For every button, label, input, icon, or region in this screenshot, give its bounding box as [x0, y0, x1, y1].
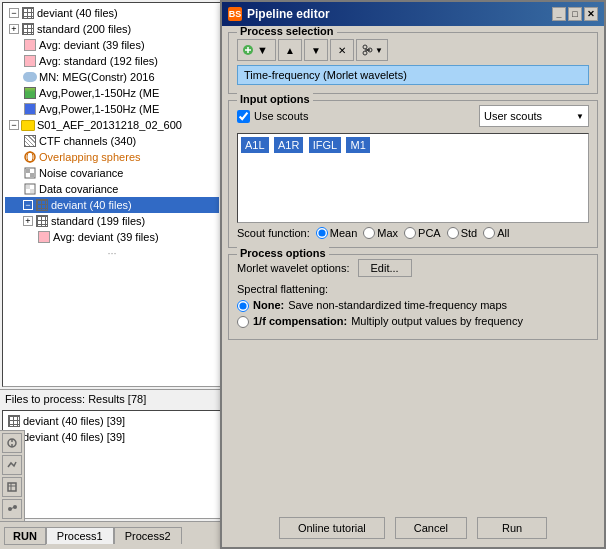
scouts-dropdown[interactable]: User scouts ▼ [479, 105, 589, 127]
files-list: deviant (40 files) [39] deviant (40 file… [2, 410, 222, 519]
none-label: None: [253, 299, 284, 311]
edit-button[interactable]: Edit... [358, 259, 412, 277]
tree-item-deviant-40[interactable]: − deviant (40 files) [5, 5, 219, 21]
tree-label: Avg: deviant (39 files) [39, 39, 145, 51]
radio-max[interactable]: Max [363, 227, 398, 239]
tree-item-avg-power-2[interactable]: Avg,Power,1-150Hz (ME [5, 101, 219, 117]
move-up-button[interactable]: ▲ [278, 39, 302, 61]
online-tutorial-button[interactable]: Online tutorial [279, 517, 385, 539]
bottom-panel: Files to process: Results [78] deviant (… [0, 389, 224, 549]
radio-std[interactable]: Std [447, 227, 478, 239]
folder-icon [21, 118, 35, 132]
grid-icon [21, 6, 35, 20]
side-icon-1[interactable] [2, 433, 22, 453]
morlet-label: Morlet wavelet options: [237, 262, 350, 274]
dropdown-arrow-icon: ▼ [576, 112, 584, 121]
pipeline-editor-dialog: BS Pipeline editor _ □ ✕ Process selecti… [220, 0, 606, 549]
pink-icon [23, 38, 37, 52]
process-options-section: Process options Morlet wavelet options: … [228, 254, 598, 340]
side-icon-3[interactable] [2, 477, 22, 497]
run-bar: RUN Process1 Process2 [0, 521, 224, 549]
tree-label: Avg: deviant (39 files) [53, 231, 159, 243]
tree-label: CTF channels (340) [39, 135, 136, 147]
use-scouts-checkbox[interactable] [237, 110, 250, 123]
side-icon-4[interactable] [2, 499, 22, 519]
tree-item-avg-deviant[interactable]: Avg: deviant (39 files) [5, 37, 219, 53]
radio-pca-label: PCA [418, 227, 441, 239]
dialog-titlebar: BS Pipeline editor _ □ ✕ [222, 2, 604, 26]
radio-onef-input[interactable] [237, 316, 249, 328]
scouts-listbox[interactable]: A1L A1R IFGL M1 [237, 133, 589, 223]
radio-mean-label: Mean [330, 227, 358, 239]
grid-icon [35, 214, 49, 228]
green-icon [23, 86, 37, 100]
pink-icon [37, 230, 51, 244]
file-row[interactable]: deviant (40 files) [39] [5, 413, 219, 429]
radio-none-input[interactable] [237, 300, 249, 312]
radio-all-input[interactable] [483, 227, 495, 239]
tree-item-noise-cov[interactable]: Noise covariance [5, 165, 219, 181]
minimize-button[interactable]: _ [552, 7, 566, 21]
none-desc: Save non-standardized time-frequency map… [288, 299, 507, 311]
scouts-dropdown-value: User scouts [484, 110, 542, 122]
radio-std-input[interactable] [447, 227, 459, 239]
tree-item-data-cov[interactable]: Data covariance [5, 181, 219, 197]
tree-item-deviant-selected[interactable]: − deviant (40 files) [5, 197, 219, 213]
expand-icon[interactable]: − [9, 8, 19, 18]
tree-item-ctf[interactable]: CTF channels (340) [5, 133, 219, 149]
radio-max-label: Max [377, 227, 398, 239]
radio-mean-input[interactable] [316, 227, 328, 239]
tree-item-avg-power-1[interactable]: Avg,Power,1-150Hz (ME [5, 85, 219, 101]
expand-icon[interactable]: + [23, 216, 33, 226]
expand-icon[interactable]: − [9, 120, 19, 130]
radio-all[interactable]: All [483, 227, 509, 239]
tree-item-avg-standard[interactable]: Avg: standard (192 files) [5, 53, 219, 69]
tree-item-mn-meg[interactable]: MN: MEG(Constr) 2016 [5, 69, 219, 85]
expand-icon[interactable]: − [23, 200, 33, 210]
tree-item-s01[interactable]: − S01_AEF_20131218_02_600 [5, 117, 219, 133]
use-scouts-row: Use scouts User scouts ▼ [237, 105, 589, 127]
tree-label: Avg: standard (192 files) [39, 55, 158, 67]
file-row[interactable]: deviant (40 files) [39] [5, 429, 219, 445]
noise-icon [23, 134, 37, 148]
radio-pca-input[interactable] [404, 227, 416, 239]
tree-item-standard-200[interactable]: + standard (200 files) [5, 21, 219, 37]
branch-dropdown[interactable]: ▼ [356, 39, 388, 61]
tab-process2[interactable]: Process2 [114, 527, 182, 544]
delete-button[interactable]: ✕ [330, 39, 354, 61]
grid-icon [21, 22, 35, 36]
tree-item-overlapping[interactable]: Overlapping spheres [5, 149, 219, 165]
files-header-text: Files to process: Results [78] [5, 393, 146, 405]
radio-mean[interactable]: Mean [316, 227, 358, 239]
svg-rect-7 [30, 189, 34, 193]
svg-point-20 [363, 45, 367, 49]
matrix2-icon [23, 182, 37, 196]
run-button-dialog[interactable]: Run [477, 517, 547, 539]
tree-item-avg-deviant-39[interactable]: Avg: deviant (39 files) [5, 229, 219, 245]
add-label: ▼ [257, 44, 268, 56]
process-item[interactable]: Time-frequency (Morlet wavelets) [237, 65, 589, 85]
side-icon-2[interactable] [2, 455, 22, 475]
radio-max-input[interactable] [363, 227, 375, 239]
maximize-button[interactable]: □ [568, 7, 582, 21]
radio-all-label: All [497, 227, 509, 239]
expand-icon[interactable]: + [9, 24, 19, 34]
svg-rect-3 [26, 169, 30, 173]
dialog-title-icon: BS [228, 7, 242, 21]
radio-pca[interactable]: PCA [404, 227, 441, 239]
close-button[interactable]: ✕ [584, 7, 598, 21]
move-down-button[interactable]: ▼ [304, 39, 328, 61]
run-button[interactable]: RUN [4, 527, 46, 545]
file-label: deviant (40 files) [39] [23, 431, 125, 443]
dialog-content: Process selection ▼ ▲ ▼ ✕ ▼ Time-frequen… [222, 26, 604, 509]
radio-std-label: Std [461, 227, 478, 239]
cancel-button[interactable]: Cancel [395, 517, 467, 539]
tree-label: standard (199 files) [51, 215, 145, 227]
tree-label: S01_AEF_20131218_02_600 [37, 119, 182, 131]
tree-item-standard-199[interactable]: + standard (199 files) [5, 213, 219, 229]
radio-none-row: None: Save non-standardized time-frequen… [237, 299, 589, 312]
file-label: deviant (40 files) [39] [23, 415, 125, 427]
add-process-dropdown[interactable]: ▼ [237, 39, 276, 61]
tab-process1[interactable]: Process1 [46, 527, 114, 544]
use-scouts-checkbox-label[interactable]: Use scouts [237, 110, 308, 123]
